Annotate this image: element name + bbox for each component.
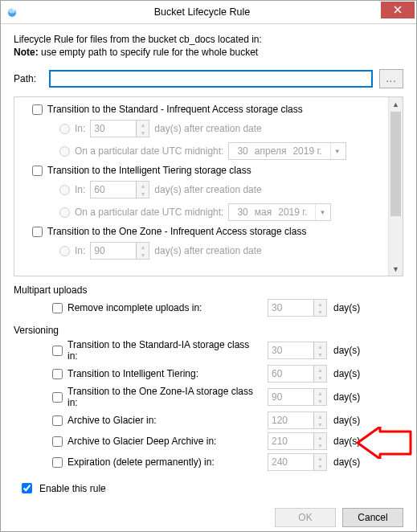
transition-oz-in-value[interactable] — [91, 243, 136, 258]
versioning-row: Archive to Glacier Deep Archive in:▲▼day… — [52, 432, 403, 450]
note-label: Note: — [14, 47, 39, 58]
versioning-checkbox-5[interactable] — [52, 457, 63, 468]
transition-it-in-radio[interactable] — [59, 185, 70, 195]
transition-it-date-radio[interactable] — [59, 207, 70, 218]
transition-it-in-row: In: ▲▼ day(s) after creation date — [59, 181, 399, 198]
spin-buttons[interactable]: ▲▼ — [313, 366, 326, 382]
versioning-title: Versioning — [14, 325, 403, 336]
transition-standard-ia-checkbox[interactable] — [32, 104, 43, 115]
unit-label: day(s) — [333, 302, 360, 313]
versioning-checkbox-1[interactable] — [52, 369, 63, 379]
spin-buttons[interactable]: ▲▼ — [313, 342, 326, 358]
spin-buttons[interactable]: ▲▼ — [313, 300, 326, 316]
spin-buttons[interactable]: ▲▼ — [136, 182, 149, 198]
after-label: day(s) after creation date — [154, 184, 261, 195]
versioning-checkbox-0[interactable] — [52, 346, 63, 356]
spin-buttons[interactable]: ▲▼ — [313, 389, 326, 405]
enable-rule-checkbox[interactable] — [22, 483, 32, 493]
spin-buttons[interactable]: ▲▼ — [136, 121, 149, 137]
transition-standard-ia-in-row: In: ▲▼ day(s) after creation date — [59, 120, 399, 137]
versioning-value[interactable] — [268, 390, 313, 404]
versioning-checkbox-2[interactable] — [52, 392, 63, 403]
multipart-remove-row: Remove incomplete uploads in: ▲▼ day(s) — [52, 299, 403, 317]
enable-rule-row: Enable this rule — [18, 481, 403, 496]
date-label: On a particular date UTC midnight: — [75, 145, 223, 157]
unit-label: day(s) — [333, 436, 360, 447]
versioning-value[interactable] — [268, 455, 313, 469]
window-title: Bucket Lifecycle Rule — [23, 6, 381, 18]
spin-buttons[interactable]: ▲▼ — [136, 243, 149, 259]
dialog-content: Lifecycle Rule for files from the bucket… — [1, 24, 416, 504]
versioning-label: Expiration (delete permanently) in: — [67, 456, 215, 468]
transition-standard-ia-date-radio[interactable] — [59, 146, 70, 157]
cancel-button[interactable]: Cancel — [342, 508, 403, 527]
spin-buttons[interactable]: ▲▼ — [313, 454, 326, 470]
path-input[interactable] — [49, 70, 373, 88]
versioning-row: Transition to Intelligent Tiering:▲▼day(… — [52, 365, 403, 383]
multipart-title: Multipart uploads — [14, 284, 403, 296]
transition-standard-ia-date-row: On a particular date UTC midnight: 30 ап… — [59, 142, 399, 160]
multipart-remove-checkbox[interactable] — [52, 303, 63, 313]
browse-button[interactable]: ... — [379, 69, 403, 88]
transition-it-in-spin[interactable]: ▲▼ — [90, 181, 149, 198]
versioning-spin-1[interactable]: ▲▼ — [268, 365, 327, 383]
transition-one-zone-ia-checkbox[interactable] — [32, 227, 43, 237]
versioning-checkbox-4[interactable] — [52, 436, 63, 447]
multipart-remove-spin[interactable]: ▲▼ — [268, 299, 327, 317]
versioning-checkbox-3[interactable] — [52, 415, 63, 426]
versioning-spin-0[interactable]: ▲▼ — [268, 342, 327, 359]
transition-standard-ia-in-value[interactable] — [91, 121, 136, 136]
chevron-down-icon: ▼ — [330, 143, 344, 159]
transition-one-zone-ia: Transition to the One Zone - Infrequent … — [32, 226, 399, 237]
scrollbar[interactable]: ▲ ▼ — [388, 97, 403, 276]
app-icon — [1, 6, 23, 18]
transition-it-in-value[interactable] — [91, 182, 136, 197]
versioning-spin-5[interactable]: ▲▼ — [268, 453, 327, 471]
transition-it-date-picker[interactable]: 30 мая 2019 г. ▼ — [228, 203, 331, 221]
transition-standard-ia-in-spin[interactable]: ▲▼ — [90, 120, 149, 137]
versioning-value[interactable] — [268, 413, 313, 428]
date-month: мая — [251, 207, 275, 218]
versioning-spin-4[interactable]: ▲▼ — [268, 432, 327, 450]
versioning-value[interactable] — [268, 434, 313, 448]
close-button[interactable] — [381, 2, 415, 18]
in-label: In: — [75, 184, 85, 195]
multipart-remove-label: Remove incomplete uploads in: — [67, 302, 202, 313]
scroll-down-arrow-icon[interactable]: ▼ — [389, 262, 403, 276]
versioning-label: Archive to Glacier in: — [67, 415, 157, 426]
transition-standard-ia-in-radio[interactable] — [59, 124, 70, 134]
spin-buttons[interactable]: ▲▼ — [313, 412, 326, 428]
unit-label: day(s) — [333, 368, 360, 379]
transition-standard-ia-date-picker[interactable]: 30 апреля 2019 г. ▼ — [228, 142, 345, 160]
versioning-spin-3[interactable]: ▲▼ — [268, 411, 327, 429]
date-month: апреля — [251, 145, 290, 157]
date-day: 30 — [234, 207, 251, 218]
intro-text: Lifecycle Rule for files from the bucket… — [14, 34, 403, 45]
date-year: 2019 г. — [275, 207, 310, 218]
transition-it-date-row: On a particular date UTC midnight: 30 ма… — [59, 203, 399, 221]
scroll-thumb[interactable] — [390, 112, 401, 216]
in-label: In: — [75, 123, 85, 134]
versioning-label: Transition to the Standard-IA storage cl… — [67, 339, 261, 362]
versioning-row: Expiration (delete permanently) in:▲▼day… — [52, 453, 403, 471]
unit-label: day(s) — [333, 456, 360, 468]
transition-oz-in-radio[interactable] — [59, 246, 70, 256]
transition-standard-ia: Transition to the Standard - Infrequent … — [32, 104, 399, 115]
date-label: On a particular date UTC midnight: — [75, 207, 223, 218]
versioning-value[interactable] — [268, 343, 313, 358]
ok-button[interactable]: OK — [275, 508, 336, 527]
transitions-panel: Transition to the Standard - Infrequent … — [14, 96, 403, 276]
transition-oz-in-spin[interactable]: ▲▼ — [90, 242, 149, 260]
spin-buttons[interactable]: ▲▼ — [313, 433, 326, 449]
scroll-up-arrow-icon[interactable]: ▲ — [389, 97, 403, 111]
transition-intelligent-tiering-checkbox[interactable] — [32, 166, 43, 176]
versioning-value[interactable] — [268, 366, 313, 381]
multipart-remove-value[interactable] — [268, 301, 313, 315]
button-bar: OK Cancel — [1, 504, 416, 532]
transition-standard-ia-label: Transition to the Standard - Infrequent … — [47, 104, 303, 115]
enable-rule-label: Enable this rule — [39, 483, 106, 494]
after-label: day(s) after creation date — [154, 245, 261, 256]
in-label: In: — [75, 245, 85, 256]
versioning-spin-2[interactable]: ▲▼ — [268, 388, 327, 406]
note-text: Note: use empty path to specify rule for… — [14, 47, 403, 58]
